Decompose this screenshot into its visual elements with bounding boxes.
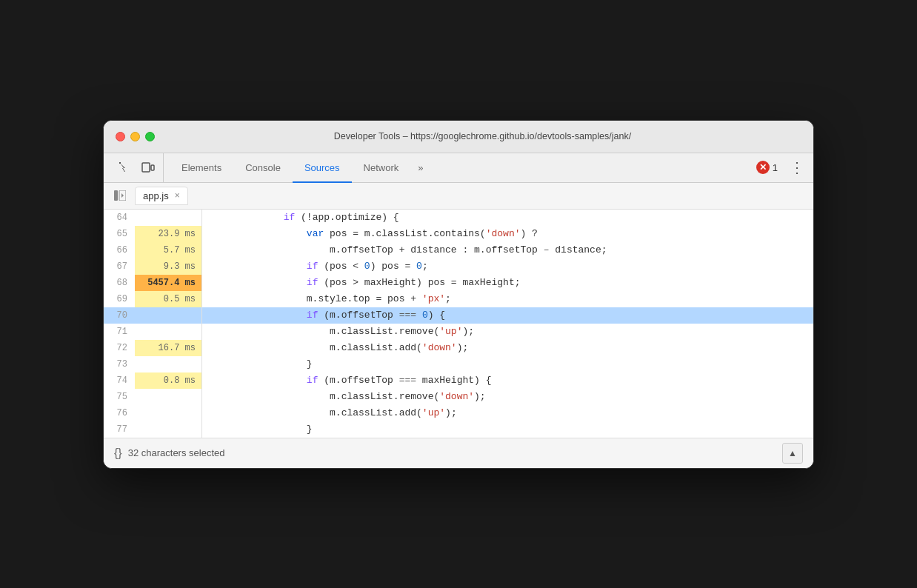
code-line-68: 68 5457.4 ms if (pos > maxHeight) pos = …: [104, 275, 813, 291]
timing-72: 16.7 ms: [135, 340, 201, 356]
traffic-lights: [116, 132, 155, 141]
scroll-up-button[interactable]: ▲: [782, 443, 803, 464]
line-number: 72: [104, 340, 135, 356]
svg-rect-3: [114, 190, 118, 201]
error-icon: ✕: [756, 161, 770, 174]
timing-65: 23.9 ms: [135, 226, 201, 242]
timing-71: [135, 324, 201, 340]
timing-68: 5457.4 ms: [135, 275, 201, 291]
status-bar: {} 32 characters selected ▲: [104, 438, 813, 468]
code-text-66: m.offsetTop + distance : m.offsetTop – d…: [202, 242, 813, 258]
devtools-window: Developer Tools – https://googlechrome.g…: [103, 120, 814, 469]
code-text-71: m.classList.remove('up');: [202, 324, 813, 340]
line-number: 67: [104, 258, 135, 275]
timing-74: 0.8 ms: [135, 372, 201, 389]
code-text-68: if (pos > maxHeight) pos = maxHeight;: [202, 275, 813, 291]
code-text-70: if (m.offsetTop === 0) {: [202, 307, 813, 324]
code-line-65: 65 23.9 ms var pos = m.classList.contain…: [104, 226, 813, 242]
line-number: 68: [104, 275, 135, 291]
line-number: 74: [104, 372, 135, 389]
timing-69: 0.5 ms: [135, 291, 201, 307]
file-tab-appjs[interactable]: app.js ×: [135, 187, 188, 205]
line-number: 70: [104, 307, 135, 324]
device-icon[interactable]: [138, 157, 159, 178]
window-title: Developer Tools – https://googlechrome.g…: [164, 131, 801, 141]
svg-rect-1: [142, 163, 150, 172]
timing-76: [135, 405, 201, 421]
maximize-button[interactable]: [145, 132, 155, 141]
inspect-icon[interactable]: [114, 157, 135, 178]
tab-bar: Elements Console Sources Network » ✕ 1: [104, 153, 813, 183]
tab-elements[interactable]: Elements: [170, 154, 233, 183]
tab-sources[interactable]: Sources: [293, 154, 352, 183]
line-number: 73: [104, 356, 135, 372]
selection-status: 32 characters selected: [128, 447, 225, 458]
code-line-69: 69 0.5 ms m.style.top = pos + 'px';: [104, 291, 813, 307]
devtools-menu-button[interactable]: ⋮: [787, 157, 807, 178]
file-tab-close[interactable]: ×: [175, 190, 180, 201]
more-tabs-button[interactable]: »: [410, 153, 430, 182]
status-left: {} 32 characters selected: [114, 447, 224, 460]
code-line-74: 74 0.8 ms if (m.offsetTop === maxHeight)…: [104, 372, 813, 389]
format-icon[interactable]: {}: [114, 447, 122, 460]
line-number: 64: [104, 210, 135, 226]
svg-rect-2: [151, 165, 154, 170]
code-line-71: 71 m.classList.remove('up');: [104, 324, 813, 340]
code-text-75: m.classList.remove('down');: [202, 389, 813, 405]
code-line-73: 73 }: [104, 356, 813, 372]
timing-70: [135, 307, 201, 324]
code-text-67: if (pos < 0) pos = 0;: [202, 258, 813, 275]
tab-bar-right: ✕ 1 ⋮: [746, 153, 807, 182]
line-number: 71: [104, 324, 135, 340]
code-line-66: 66 5.7 ms m.offsetTop + distance : m.off…: [104, 242, 813, 258]
file-bar: app.js ×: [104, 183, 813, 210]
code-text-74: if (m.offsetTop === maxHeight) {: [202, 372, 813, 389]
file-tab-name: app.js: [143, 190, 169, 201]
tab-network[interactable]: Network: [352, 154, 411, 183]
code-line-75: 75 m.classList.remove('down');: [104, 389, 813, 405]
close-button[interactable]: [116, 132, 125, 141]
timing-75: [135, 389, 201, 405]
line-number: 76: [104, 405, 135, 421]
toolbar-icons: [110, 153, 164, 182]
timing-77: [135, 421, 201, 438]
tab-console[interactable]: Console: [233, 154, 293, 183]
line-number: 65: [104, 226, 135, 242]
timing-67: 9.3 ms: [135, 258, 201, 275]
code-text-77: }: [202, 421, 813, 438]
line-number: 75: [104, 389, 135, 405]
code-lines: 64 if (!app.optimize) { 65 23.9 ms var p…: [104, 210, 813, 438]
code-text-69: m.style.top = pos + 'px';: [202, 291, 813, 307]
code-text-64: if (!app.optimize) {: [202, 210, 813, 226]
line-number: 69: [104, 291, 135, 307]
svg-rect-0: [119, 162, 121, 164]
code-line-70: 70 if (m.offsetTop === 0) {: [104, 307, 813, 324]
sidebar-toggle-button[interactable]: [110, 185, 130, 206]
code-line-77: 77 }: [104, 421, 813, 438]
code-text-65: var pos = m.classList.contains('down') ?: [202, 226, 813, 242]
code-line-67: 67 9.3 ms if (pos < 0) pos = 0;: [104, 258, 813, 275]
svg-marker-5: [121, 193, 124, 198]
error-count-button[interactable]: ✕ 1: [752, 158, 782, 177]
code-text-76: m.classList.add('up');: [202, 405, 813, 421]
code-text-73: }: [202, 356, 813, 372]
code-editor[interactable]: 64 if (!app.optimize) { 65 23.9 ms var p…: [104, 210, 813, 438]
code-line-64: 64 if (!app.optimize) {: [104, 210, 813, 226]
timing-66: 5.7 ms: [135, 242, 201, 258]
minimize-button[interactable]: [130, 132, 140, 141]
line-number: 66: [104, 242, 135, 258]
title-bar: Developer Tools – https://googlechrome.g…: [104, 121, 813, 153]
code-text-72: m.classList.add('down');: [202, 340, 813, 356]
timing-73: [135, 356, 201, 372]
timing-64: [135, 210, 201, 226]
code-line-76: 76 m.classList.add('up');: [104, 405, 813, 421]
main-tabs: Elements Console Sources Network »: [170, 153, 746, 182]
line-number: 77: [104, 421, 135, 438]
code-line-72: 72 16.7 ms m.classList.add('down');: [104, 340, 813, 356]
